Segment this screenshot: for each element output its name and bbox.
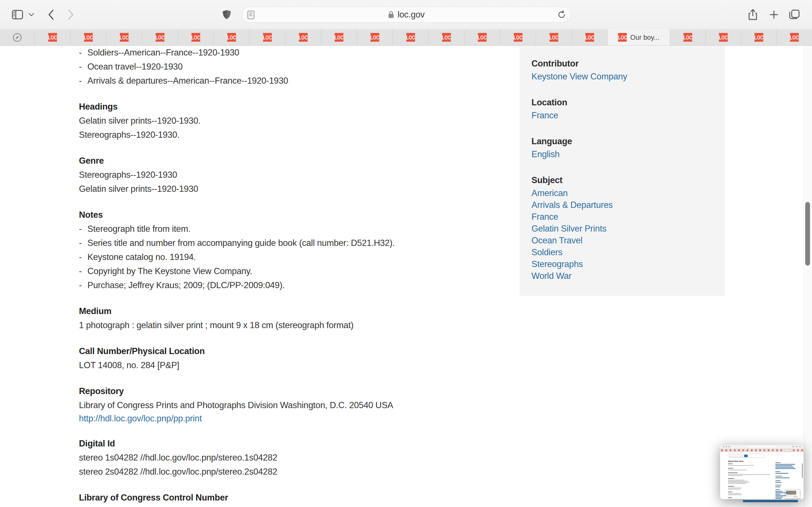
loc-favicon-icon: LOC — [299, 33, 308, 42]
pinned-tab-loc[interactable]: LOC — [35, 29, 70, 45]
mini-item-card — [785, 489, 800, 499]
facet-link[interactable]: Stereographs — [531, 258, 713, 270]
section-item: LOT 14008, no. 284 [P&P] — [79, 358, 513, 372]
compass-icon — [12, 33, 22, 43]
sidebar-toggle-button[interactable] — [12, 8, 23, 21]
refresh-icon — [557, 10, 566, 19]
pinned-tab-loc[interactable]: LOC — [393, 29, 428, 45]
share-button[interactable] — [748, 8, 758, 21]
loc-favicon-icon: LOC — [406, 33, 415, 42]
loc-favicon-icon: LOC — [478, 33, 487, 42]
format-list-item: -Arrivals & departures--American--France… — [79, 74, 513, 88]
scrollbar-thumb[interactable] — [805, 202, 810, 266]
tab-overview-button[interactable] — [789, 8, 800, 21]
address-bar[interactable]: loc.gov — [242, 7, 571, 22]
pinned-tab-loc[interactable]: LOC — [536, 29, 572, 45]
facet-link[interactable]: Arrivals & Departures — [531, 199, 713, 211]
section-item: stereo 2s04282 //hdl.loc.gov/loc.pnp/ste… — [79, 465, 513, 479]
facet-link[interactable]: France — [531, 110, 713, 121]
loc-favicon-icon: LOC — [790, 33, 799, 42]
mini-about-heading: About this item — [728, 460, 744, 462]
loc-favicon-icon: LOC — [192, 33, 200, 42]
mini-footer-bar — [743, 500, 798, 502]
format-list-item: -Soldiers--American--France--1920-1930 — [79, 46, 513, 60]
pinned-tab-loc[interactable]: LOC — [285, 29, 321, 45]
pinned-tab-loc[interactable]: LOC — [464, 29, 500, 45]
pinned-tab-loc[interactable]: LOC — [428, 29, 464, 45]
section-heading: Digital Id — [79, 437, 513, 451]
facet-link[interactable]: Ocean Travel — [531, 235, 713, 246]
tab-strip: LOCLOCLOCLOCLOCLOCLOCLOCLOCLOCLOCLOCLOCL… — [0, 29, 812, 46]
back-chevron-icon — [47, 9, 55, 20]
sidebar-chevron-button[interactable] — [28, 8, 35, 21]
chevron-down-icon — [28, 13, 35, 17]
pinned-tab-loc[interactable]: LOC — [741, 29, 777, 45]
active-tab[interactable]: LOCOur boy... — [608, 29, 670, 45]
section-item: Library of Congress Prints and Photograp… — [79, 398, 513, 412]
scrollbar-track[interactable] — [804, 46, 812, 507]
pinned-tab-loc[interactable]: LOC — [321, 29, 357, 45]
mini-page-content: About this item — [720, 452, 804, 499]
record-sections: HeadingsGelatin silver prints--1920-1930… — [79, 100, 513, 505]
mini-scrollbar — [802, 463, 803, 478]
section-heading: Medium — [79, 304, 513, 318]
section-item: -Copyright by The Keystone View Company. — [79, 264, 513, 278]
mini-tab-strip — [720, 449, 804, 452]
new-tab-button[interactable] — [769, 8, 779, 21]
section-item: 1 photograph : gelatin silver print ; mo… — [79, 318, 513, 332]
facet-link[interactable]: World War — [531, 270, 713, 282]
facet-link[interactable]: France — [531, 211, 713, 223]
loc-favicon-icon: LOC — [755, 33, 763, 42]
pinned-tab-loc[interactable]: LOC — [670, 29, 706, 45]
facet-link[interactable]: Keystone View Company — [531, 71, 713, 82]
facet-link[interactable]: Gelatin Silver Prints — [531, 223, 713, 235]
loc-favicon-icon: LOC — [550, 33, 558, 42]
repository-link[interactable]: http://hdl.loc.gov/loc.pnp/pp.print — [79, 412, 202, 425]
url-text: loc.gov — [398, 10, 424, 20]
lock-icon — [388, 11, 394, 18]
section-item: Stereographs--1920-1930 — [79, 168, 513, 182]
screenshot-preview-thumbnail[interactable]: About this item — [720, 444, 804, 502]
facet-heading: Subject — [531, 173, 713, 187]
pinned-tab-loc[interactable]: LOC — [250, 29, 285, 45]
pinned-tab-loc[interactable]: LOC — [500, 29, 536, 45]
loc-favicon-icon: LOC — [514, 33, 522, 42]
section-item: -Stereograph title from item. — [79, 222, 513, 236]
mini-download-control — [728, 453, 764, 458]
format-list-item: -Ocean travel--1920-1930 — [79, 60, 513, 74]
facet-link[interactable]: American — [531, 187, 713, 199]
forward-chevron-icon — [67, 9, 74, 20]
pinned-tab-loc[interactable]: LOC — [106, 29, 142, 45]
browser-toolbar: loc.gov — [0, 0, 812, 29]
format-list: -Soldiers--American--France--1920-1930-O… — [79, 46, 513, 88]
pinned-tab-start-page[interactable] — [0, 29, 35, 45]
section-item: Gelatin silver prints--1920-1930. — [79, 114, 513, 128]
mini-browser-window: About this item — [720, 444, 804, 499]
tab-overview-icon — [789, 9, 800, 20]
pinned-tab-loc[interactable]: LOC — [572, 29, 608, 45]
refresh-button[interactable] — [557, 10, 566, 19]
loc-favicon-icon: LOC — [48, 33, 57, 42]
pinned-tab-loc[interactable]: LOC — [142, 29, 178, 45]
section-heading: Library of Congress Control Number — [79, 491, 513, 505]
forward-button[interactable] — [67, 8, 74, 21]
mini-toolbar — [720, 445, 804, 449]
loc-favicon-icon: LOC — [120, 33, 129, 42]
section-heading: Repository — [79, 384, 513, 398]
loc-favicon-icon: LOC — [585, 33, 594, 42]
back-button[interactable] — [47, 8, 55, 21]
pinned-tab-loc[interactable]: LOC — [214, 29, 250, 45]
pinned-tab-loc[interactable]: LOC — [70, 29, 106, 45]
section-heading: Notes — [79, 208, 513, 222]
pinned-tab-loc[interactable]: LOC — [706, 29, 741, 45]
privacy-report-button[interactable] — [222, 8, 231, 21]
loc-favicon-icon: LOC — [370, 33, 379, 42]
pinned-tab-loc[interactable]: LOC — [178, 29, 214, 45]
pinned-tab-loc[interactable]: LOC — [357, 29, 393, 45]
loc-favicon-icon: LOC — [84, 33, 93, 42]
pinned-tab-loc[interactable]: LOC — [777, 29, 812, 45]
loc-favicon-icon: LOC — [335, 33, 343, 42]
facet-link[interactable]: Soldiers — [531, 246, 713, 258]
facet-link[interactable]: English — [531, 149, 713, 160]
loc-favicon-icon: LOC — [683, 33, 692, 42]
